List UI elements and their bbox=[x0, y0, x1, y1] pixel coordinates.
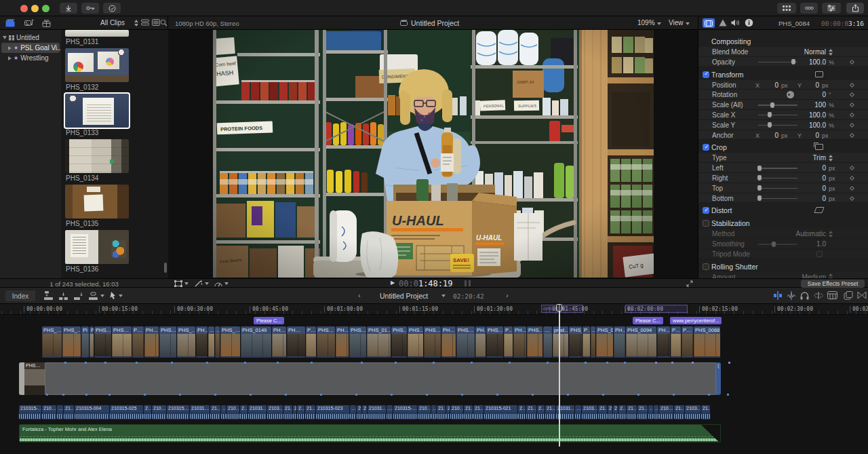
color-inspector-tab[interactable] bbox=[719, 19, 727, 26]
download-toolbar-button[interactable] bbox=[60, 3, 77, 14]
insert-edit-button[interactable] bbox=[58, 291, 68, 300]
video-clip[interactable]: PH… bbox=[272, 326, 287, 358]
video-inspector-tab[interactable] bbox=[703, 18, 715, 28]
audio-clip[interactable]: 210… bbox=[42, 405, 57, 419]
append-edit-button[interactable] bbox=[73, 291, 83, 300]
inspector-layout-button[interactable] bbox=[822, 3, 841, 14]
audio-clip[interactable]: 2 bbox=[608, 405, 613, 419]
disclosure-open-icon[interactable] bbox=[3, 36, 7, 39]
keyframe-button[interactable] bbox=[850, 92, 854, 97]
snapping-toggle[interactable] bbox=[814, 291, 823, 300]
popup-menu[interactable]: Normal bbox=[804, 48, 833, 56]
video-clip[interactable]: PHS… bbox=[486, 326, 504, 358]
rotation-dial[interactable] bbox=[787, 91, 794, 98]
libraries-sidebar-toggle[interactable] bbox=[5, 19, 16, 27]
parameter-value[interactable]: 100 bbox=[795, 101, 826, 109]
timeline-ruler[interactable]: 00:00:00:0000:00:15:0000:00:30:0000:00:4… bbox=[0, 304, 868, 315]
save-effects-preset-button[interactable]: Save Effects Preset bbox=[801, 280, 865, 288]
slider-thumb[interactable] bbox=[757, 195, 762, 201]
clip-appearance-button[interactable] bbox=[827, 291, 837, 299]
parameter-value[interactable]: 0 bbox=[795, 195, 826, 202]
disclosure-closed-icon[interactable] bbox=[8, 56, 12, 60]
parameter-slider[interactable] bbox=[758, 198, 797, 200]
video-clip[interactable]: PH… bbox=[614, 326, 626, 358]
keyframe-button[interactable] bbox=[850, 133, 854, 138]
clip-thumbnail[interactable] bbox=[65, 139, 129, 173]
parameter-value[interactable]: 100.0 bbox=[795, 58, 826, 66]
audio-clip[interactable]: 21… bbox=[545, 405, 556, 419]
parameter-slider[interactable] bbox=[758, 115, 797, 116]
video-clip[interactable]: PHS… bbox=[317, 326, 336, 358]
clip-thumbnail[interactable] bbox=[65, 230, 129, 264]
audio-clip[interactable]: 21… bbox=[305, 405, 316, 419]
parameter-value[interactable]: 0 bbox=[795, 185, 826, 192]
close-button[interactable] bbox=[20, 5, 28, 12]
video-clip[interactable]: PHS… bbox=[112, 326, 132, 358]
popup-menu[interactable]: Trim bbox=[812, 154, 833, 162]
keyframe-button[interactable] bbox=[850, 166, 854, 170]
keyframe-button[interactable] bbox=[850, 123, 854, 128]
video-clip[interactable]: PHS… bbox=[527, 326, 543, 358]
video-clip[interactable]: PHS_01… bbox=[367, 326, 391, 358]
slider-thumb[interactable] bbox=[757, 166, 762, 171]
parameter-slider[interactable] bbox=[758, 244, 797, 245]
timeline-area[interactable]: 00:00:00:0000:00:15:0000:00:30:0000:00:4… bbox=[0, 304, 868, 454]
audio-clip[interactable]: 2… bbox=[297, 405, 305, 419]
audio-clip[interactable]: 210315-… bbox=[393, 405, 418, 419]
keyframe-button[interactable] bbox=[850, 176, 854, 181]
keyframe-button[interactable] bbox=[850, 83, 854, 88]
video-clip[interactable]: P… bbox=[583, 326, 591, 358]
parameter-value[interactable]: 100.0 bbox=[795, 111, 826, 119]
section-enable-checkbox[interactable] bbox=[703, 220, 709, 227]
audio-clip[interactable]: … bbox=[431, 405, 437, 419]
video-clip[interactable]: PHS_… bbox=[62, 326, 81, 358]
parameter-slider[interactable] bbox=[758, 105, 797, 106]
audio-clip[interactable]: 21… bbox=[464, 405, 473, 419]
title-clip-badge[interactable]: Please C... bbox=[633, 317, 663, 324]
section-enable-checkbox[interactable] bbox=[703, 71, 709, 78]
browser-clip[interactable]: PHS_0132 bbox=[65, 48, 129, 92]
audio-skimming-toggle[interactable] bbox=[787, 291, 796, 300]
audio-clip[interactable]: 21… bbox=[701, 405, 711, 419]
audio-clip[interactable]: 21031… bbox=[368, 405, 387, 419]
video-clip[interactable]: PHS_0… bbox=[596, 326, 614, 358]
slider-thumb[interactable] bbox=[757, 175, 762, 181]
video-clip[interactable]: PHS_0149 bbox=[241, 326, 272, 358]
info-inspector-tab[interactable] bbox=[745, 18, 753, 27]
popup-menu[interactable]: Automatic bbox=[796, 230, 833, 238]
video-clip[interactable]: P… bbox=[504, 326, 513, 358]
clip-thumbnail[interactable] bbox=[65, 48, 129, 82]
video-clip[interactable]: … bbox=[215, 326, 220, 358]
video-clip[interactable]: PHS… bbox=[94, 326, 112, 358]
transitions-browser-button[interactable] bbox=[857, 291, 867, 299]
audio-clip[interactable]: … bbox=[57, 405, 64, 419]
timeline-layout-button[interactable] bbox=[800, 3, 818, 14]
tools-popup[interactable] bbox=[110, 291, 123, 300]
onscreen-controls-icon[interactable] bbox=[815, 144, 823, 150]
audio-clip[interactable]: 2… bbox=[518, 405, 526, 419]
video-clip[interactable]: PHS… bbox=[408, 326, 424, 358]
retime-tool-popup[interactable] bbox=[214, 280, 229, 287]
viewer-timecode[interactable]: 00:01:48:19 bbox=[399, 279, 452, 288]
audio-clip[interactable]: 210… bbox=[659, 405, 674, 419]
audio-clip[interactable]: 210… bbox=[418, 405, 431, 419]
audio-clip[interactable]: 210315… bbox=[167, 405, 190, 419]
video-clip[interactable]: PHS_… bbox=[220, 326, 241, 358]
audio-clip[interactable]: … bbox=[575, 405, 582, 419]
audio-clip[interactable]: 2 bbox=[362, 405, 368, 419]
parameter-checkbox[interactable] bbox=[816, 251, 823, 257]
audio-clip[interactable]: 210… bbox=[152, 405, 167, 419]
play-button[interactable]: ▶ bbox=[391, 280, 395, 286]
video-clip[interactable]: Pl bbox=[81, 326, 90, 358]
audio-clip[interactable]: 21031… bbox=[190, 405, 210, 419]
video-clip[interactable]: PH… bbox=[144, 326, 159, 358]
audio-clip[interactable]: 21… bbox=[637, 405, 648, 419]
sidebar-library-untitled[interactable]: Untitled bbox=[0, 33, 61, 43]
audio-inspector-tab[interactable] bbox=[731, 19, 740, 26]
clip-thumbnail[interactable] bbox=[65, 185, 129, 219]
audio-clip[interactable]: 21… bbox=[627, 405, 637, 419]
audio-clip[interactable]: 210… bbox=[450, 405, 464, 419]
browser-clip[interactable]: PHS_0133 bbox=[65, 94, 129, 138]
parameter-slider[interactable] bbox=[758, 62, 797, 63]
check-toolbar-button[interactable] bbox=[103, 3, 121, 14]
